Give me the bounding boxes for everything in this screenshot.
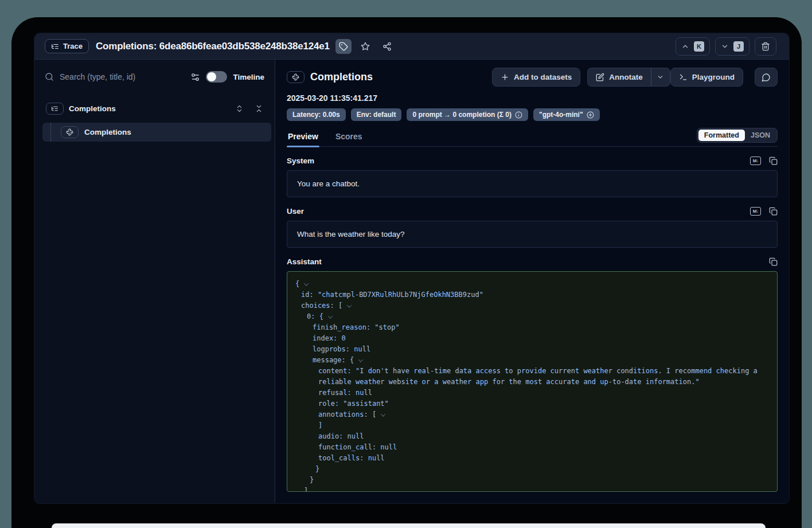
view-mode-toggle: Formatted JSON <box>697 128 778 143</box>
timeline-label: Timeline <box>233 73 264 81</box>
list-tree-icon <box>51 105 58 112</box>
page-bottom-strip <box>52 523 766 528</box>
collapse-caret-icon[interactable] <box>347 303 352 307</box>
playground-label: Playground <box>692 73 735 81</box>
fan-generation-icon <box>292 73 299 81</box>
collapse-all-icon[interactable] <box>255 104 263 113</box>
tab-scores[interactable]: Scores <box>334 132 364 146</box>
chevron-up-icon <box>681 42 689 50</box>
user-section-title: User <box>287 207 304 216</box>
code-line: index: 0 <box>295 333 769 344</box>
system-message-box: You are a chatbot. <box>287 170 778 197</box>
filter-sliders-icon[interactable] <box>190 72 200 82</box>
timeline-toggle[interactable] <box>206 71 227 83</box>
observation-header: Completions Add to datasets Annotate <box>287 68 778 87</box>
token-usage-badge[interactable]: 0 prompt → 0 completion (Σ 0) <box>407 108 528 121</box>
trace-titlebar: Trace Completions: 6dea86b6feae03db538e2… <box>34 33 789 60</box>
copy-icon[interactable] <box>769 157 778 165</box>
code-line: tool_calls: null <box>295 453 769 464</box>
collapse-caret-icon[interactable] <box>328 314 333 318</box>
system-section: System M↓ You are a chatbot. <box>287 157 778 197</box>
code-line: audio: null <box>295 431 769 442</box>
share-button[interactable] <box>379 39 395 54</box>
markdown-toggle-icon[interactable]: M↓ <box>750 207 761 216</box>
search-input[interactable] <box>60 72 185 81</box>
star-button[interactable] <box>357 39 373 54</box>
detail-tabs: Preview Scores Formatted JSON <box>287 128 778 147</box>
annotate-split-button: Annotate <box>587 68 670 87</box>
user-message-box: What is the weather like today? <box>287 221 778 248</box>
list-tree-icon <box>51 42 59 50</box>
info-icon <box>515 111 522 119</box>
trace-badge-label: Trace <box>63 42 83 50</box>
comments-button[interactable] <box>755 68 778 87</box>
code-line: refusal: null <box>295 388 769 398</box>
copy-icon[interactable] <box>769 257 778 266</box>
code-line: id: "chatcmpl-BD7XRulRhULb7NjGfeOkhN3BB9… <box>295 290 769 300</box>
search-row: Timeline <box>34 65 275 88</box>
copy-icon[interactable] <box>769 207 778 216</box>
chevron-down-icon <box>657 73 664 81</box>
trace-type-badge: Trace <box>45 39 89 53</box>
star-icon <box>361 42 370 51</box>
assistant-section-title: Assistant <box>287 257 322 266</box>
fan-generation-icon <box>66 128 73 136</box>
view-formatted-segment[interactable]: Formatted <box>698 130 745 141</box>
user-section: User M↓ What is the weather like today? <box>287 207 778 248</box>
trace-title: Completions: 6dea86b6feae03db538e248b38e… <box>96 41 330 52</box>
app-window: Trace Completions: 6dea86b6feae03db538e2… <box>34 33 789 503</box>
markdown-toggle-icon[interactable]: M↓ <box>750 157 761 165</box>
code-line: finish_reason: "stop" <box>295 322 769 333</box>
tree-generation-item-selected[interactable]: Completions <box>42 123 271 142</box>
header-actions: Add to datasets Annotate <box>492 68 778 87</box>
code-line: ] <box>295 420 769 431</box>
annotate-label: Annotate <box>609 73 643 81</box>
view-json-segment[interactable]: JSON <box>745 130 776 141</box>
add-to-datasets-button[interactable]: Add to datasets <box>492 68 580 87</box>
collapse-caret-icon[interactable] <box>381 412 385 416</box>
share-icon <box>382 42 392 51</box>
generation-badge <box>287 71 304 83</box>
trash-icon <box>761 42 770 51</box>
generation-node-badge <box>61 126 79 138</box>
prev-trace-button[interactable]: K <box>676 37 710 56</box>
observation-timestamp: 2025-03-20 11:35:41.217 <box>287 93 778 103</box>
observation-title: Completions <box>310 71 373 83</box>
collapse-caret-icon[interactable] <box>358 357 363 362</box>
code-line: annotations: [ <box>295 409 769 420</box>
annotate-dropdown-button[interactable] <box>651 68 670 87</box>
tab-preview[interactable]: Preview <box>287 132 319 146</box>
expand-all-icon[interactable] <box>235 104 244 113</box>
plus-icon <box>501 73 509 81</box>
device-frame: Trace Completions: 6dea86b6feae03db538e2… <box>11 17 802 528</box>
delete-trace-button[interactable] <box>755 37 776 56</box>
collapse-caret-icon[interactable] <box>304 281 309 285</box>
playground-button[interactable]: Playground <box>670 68 743 87</box>
code-line: logprobs: null <box>295 344 769 355</box>
metric-chips: Latency: 0.00s Env: default 0 prompt → 0… <box>287 108 778 121</box>
code-line: 0: { <box>295 311 769 322</box>
search-icon <box>45 72 54 81</box>
code-line: { <box>295 279 769 290</box>
tree-root-item[interactable]: Completions <box>34 100 275 117</box>
trace-tree-sidebar: Timeline Completions <box>34 60 275 503</box>
model-badge[interactable]: "gpt-4o-mini" <box>533 108 600 121</box>
observation-detail-panel: Completions Add to datasets Annotate <box>275 60 789 503</box>
terminal-icon <box>679 73 688 81</box>
add-to-datasets-label: Add to datasets <box>514 73 572 81</box>
tree-child-label: Completions <box>84 128 131 136</box>
code-line: content: "I don't have real-time data ac… <box>295 366 769 388</box>
tag-button[interactable] <box>335 39 352 54</box>
tag-icon <box>339 42 348 51</box>
kbd-k: K <box>694 41 704 52</box>
tree-guide-line <box>50 123 51 142</box>
pen-square-icon <box>596 73 604 81</box>
code-line: role: "assistant" <box>295 398 769 409</box>
code-line: function_call: null <box>295 442 769 453</box>
code-line: } <box>295 475 769 486</box>
next-trace-button[interactable]: J <box>715 37 749 56</box>
env-badge: Env: default <box>351 108 402 121</box>
assistant-json-output[interactable]: {id: "chatcmpl-BD7XRulRhULb7NjGfeOkhN3BB… <box>287 271 778 492</box>
annotate-button[interactable]: Annotate <box>587 68 651 87</box>
code-line: choices: [ <box>295 300 769 311</box>
